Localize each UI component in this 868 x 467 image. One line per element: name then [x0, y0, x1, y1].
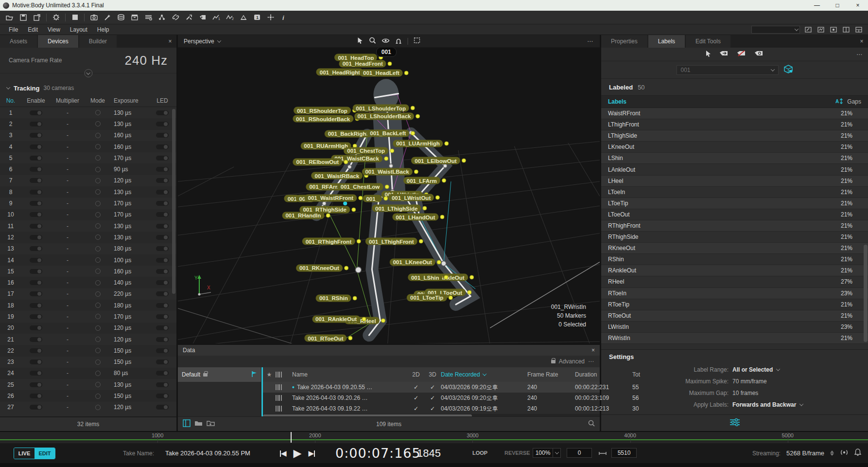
camera-row[interactable]: 5-170 µs: [0, 152, 176, 163]
wand-icon[interactable]: [102, 13, 113, 22]
marker-dot-icon[interactable]: [388, 61, 392, 66]
camera-row[interactable]: 7-120 µs: [0, 175, 176, 186]
menu-item-help[interactable]: Help: [92, 26, 114, 33]
led-toggle[interactable]: [156, 280, 169, 285]
marker-label[interactable]: 001_LUArmHigh: [393, 140, 449, 147]
marker-label[interactable]: 001_LShin: [408, 274, 449, 281]
camera-row[interactable]: 24-80 µs: [0, 368, 176, 379]
split-columns-icon[interactable]: [842, 26, 851, 34]
marker-dot-icon[interactable]: [411, 131, 415, 135]
col-3d[interactable]: 3D: [424, 371, 441, 378]
menu-item-view[interactable]: View: [43, 26, 65, 33]
list-settings-icon[interactable]: [142, 13, 154, 22]
tab-properties[interactable]: Properties: [601, 35, 647, 48]
label-row[interactable]: LToeOut21%: [601, 209, 868, 220]
edit-layout-icon[interactable]: [804, 26, 813, 34]
marker-dot-icon[interactable]: [344, 160, 348, 164]
led-toggle[interactable]: [156, 212, 169, 217]
led-toggle[interactable]: [156, 201, 169, 206]
led-toggle[interactable]: [156, 382, 169, 387]
zoom-icon[interactable]: [369, 37, 376, 45]
marker-label[interactable]: 001_LShoulderBack: [354, 112, 420, 120]
archive-icon[interactable]: [129, 13, 140, 22]
col-frame-rate[interactable]: Frame Rate: [527, 371, 575, 378]
mode-icon[interactable]: [95, 189, 101, 195]
minimize-button[interactable]: —: [807, 0, 827, 11]
col-mode[interactable]: Mode: [85, 97, 111, 104]
marker-label[interactable]: 001_LThighFront: [365, 238, 423, 245]
led-toggle[interactable]: [156, 122, 169, 126]
led-toggle[interactable]: [156, 144, 169, 149]
marker-label[interactable]: 001_RKneeOut: [296, 264, 348, 271]
marker-dot-icon[interactable]: [448, 295, 452, 300]
led-toggle[interactable]: [156, 258, 169, 263]
col-total[interactable]: Tot: [632, 371, 640, 378]
enable-toggle[interactable]: [30, 246, 42, 251]
mode-icon[interactable]: [95, 133, 101, 138]
marker-label[interactable]: 001_LToeTip: [407, 294, 452, 301]
label-row[interactable]: RThighSide21%: [601, 232, 868, 243]
label-row[interactable]: LToeIn21%: [601, 187, 868, 198]
mode-icon[interactable]: [95, 405, 101, 410]
enable-toggle[interactable]: [30, 167, 42, 172]
marker-dot-icon[interactable]: [351, 207, 356, 212]
graph-1-icon[interactable]: 1: [210, 13, 222, 22]
led-toggle[interactable]: [156, 405, 169, 410]
right-panel-close-icon[interactable]: ×: [855, 35, 868, 48]
enable-toggle[interactable]: [30, 258, 42, 263]
marquee-select-icon[interactable]: [414, 37, 420, 45]
graph-pane-icon[interactable]: [816, 26, 825, 34]
view-selector[interactable]: Perspective: [178, 38, 221, 45]
label-row[interactable]: RShin21%: [601, 254, 868, 265]
mode-icon[interactable]: [95, 223, 101, 229]
camera-row[interactable]: 27-120 µs: [0, 402, 176, 413]
loop-toggle[interactable]: LOOP: [472, 450, 487, 456]
mode-icon[interactable]: [95, 121, 101, 126]
skeleton-id-badge[interactable]: 001: [376, 47, 397, 57]
broadcast-icon[interactable]: [840, 449, 849, 458]
mode-icon[interactable]: [95, 167, 101, 172]
info-icon[interactable]: i: [278, 13, 290, 22]
col-2d[interactable]: 2D: [408, 371, 424, 378]
tools-icon[interactable]: [183, 13, 195, 22]
label-settings-sliders-icon[interactable]: [729, 418, 740, 428]
marker-set-select[interactable]: 001: [677, 65, 779, 75]
col-led[interactable]: LED: [149, 97, 176, 104]
camera-row[interactable]: 3-160 µs: [0, 130, 176, 141]
marker-dot-icon[interactable]: [381, 319, 385, 323]
marker-dot-icon[interactable]: [444, 275, 448, 280]
led-toggle[interactable]: [156, 224, 169, 229]
label-row[interactable]: RWristIn21%: [601, 333, 868, 344]
marker-dot-icon[interactable]: [422, 206, 427, 211]
tab-assets[interactable]: Assets: [0, 35, 37, 48]
col-exposure[interactable]: Exposure: [111, 97, 149, 104]
reverse-toggle[interactable]: REVERSE: [504, 450, 530, 456]
marker-label[interactable]: 001_RShoulderBack: [293, 115, 359, 123]
marker-label[interactable]: 001_LKneeOut: [389, 258, 441, 266]
marker-dot-icon[interactable]: [462, 159, 466, 163]
mode-icon[interactable]: [95, 394, 101, 399]
take-name-value[interactable]: Take 2026-04-03 09.20.55 PM: [165, 449, 250, 457]
viewport-menu-icon[interactable]: ⋯: [587, 38, 594, 45]
enable-toggle[interactable]: [30, 178, 42, 183]
labels-scrollbar[interactable]: [864, 245, 868, 342]
label-row[interactable]: RToeIn23%: [601, 288, 868, 299]
label-row[interactable]: RToeTip21%: [601, 299, 868, 310]
mode-icon[interactable]: [95, 382, 101, 387]
marker-dot-icon[interactable]: [467, 290, 471, 295]
led-toggle[interactable]: [156, 156, 169, 161]
advanced-toggle[interactable]: Advanced: [559, 358, 585, 365]
enable-toggle[interactable]: [30, 133, 42, 138]
marker-label[interactable]: 001_BackLeft: [366, 129, 415, 137]
split-rows-icon[interactable]: [854, 26, 863, 34]
marker-label[interactable]: 001_WaistLBack: [362, 168, 418, 175]
menu-item-file[interactable]: File: [4, 26, 23, 33]
marker-label[interactable]: 001_LElbowOut: [411, 157, 466, 164]
marker-dot-icon[interactable]: [384, 184, 389, 189]
camera-row[interactable]: 17-220 µs: [0, 288, 176, 300]
led-toggle[interactable]: [156, 359, 169, 364]
mode-icon[interactable]: [95, 201, 101, 206]
led-toggle[interactable]: [156, 303, 169, 308]
close-button[interactable]: ×: [848, 0, 868, 11]
live-mode-button[interactable]: LIVE: [14, 448, 35, 459]
